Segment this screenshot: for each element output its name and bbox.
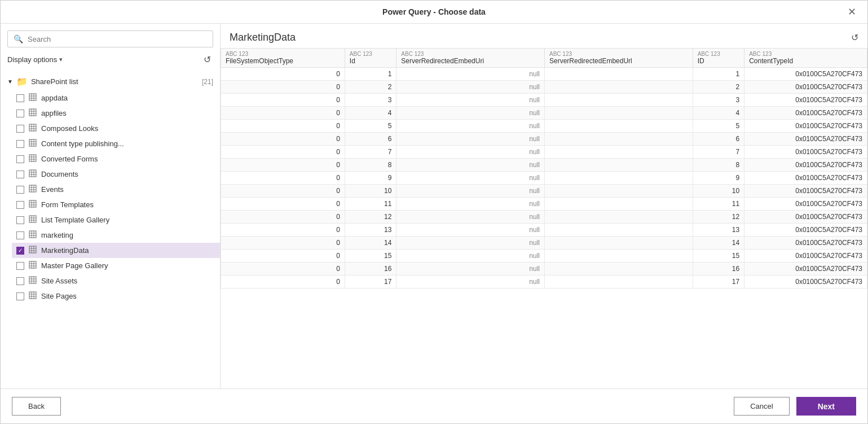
tree-item-marketing-data[interactable]: MarketingData [12, 243, 220, 258]
data-refresh-button[interactable]: ↺ [851, 32, 858, 43]
table-cell [545, 224, 693, 237]
tree-item-composed-looks[interactable]: Composed Looks [12, 121, 220, 136]
cancel-button[interactable]: Cancel [734, 397, 789, 416]
table-cell: null [396, 120, 545, 133]
checkbox-site-assets[interactable] [16, 277, 24, 285]
checkbox-appfiles[interactable] [16, 110, 24, 117]
table-cell: 14 [345, 237, 396, 250]
left-panel-refresh-button[interactable]: ↺ [201, 53, 213, 66]
tree-item-site-assets[interactable]: Site Assets [12, 273, 220, 289]
tree-item-label: List Template Gallery [41, 216, 109, 224]
table-cell [545, 159, 693, 172]
table-cell: 0 [221, 250, 345, 263]
checkbox-marketing[interactable] [16, 231, 24, 239]
content-area: 🔍 Display options ▾ ↺ ▼ 📁 SharePoint lis… [1, 24, 867, 388]
svg-rect-30 [29, 185, 36, 192]
table-cell: 17 [345, 276, 396, 289]
tree-children: appdata appfiles Composed Looks Content … [1, 90, 220, 304]
svg-rect-65 [29, 292, 36, 299]
table-cell: 15 [345, 250, 396, 263]
table-cell: 16 [693, 263, 744, 276]
col-header-filesystemobjecttype: ABC 123FileSystemObjectType [221, 49, 345, 68]
table-cell: 0x0100C5A270CF473 [744, 120, 867, 133]
table-cell: 4 [345, 107, 396, 120]
tree-item-content-type[interactable]: Content type publishing... [12, 136, 220, 151]
table-cell [545, 198, 693, 211]
table-icon [29, 261, 37, 270]
tree-item-label: Content type publishing... [41, 139, 124, 148]
tree-item-converted-forms[interactable]: Converted Forms [12, 151, 220, 167]
table-cell: 0x0100C5A270CF473 [744, 107, 867, 120]
checkbox-list-template-gallery[interactable] [16, 216, 24, 224]
tree-item-site-pages[interactable]: Site Pages [12, 289, 220, 304]
tree-item-label: Master Page Gallery [41, 261, 108, 270]
checkbox-marketing-data[interactable] [16, 247, 24, 255]
back-button[interactable]: Back [12, 397, 61, 416]
next-button[interactable]: Next [796, 397, 856, 416]
svg-rect-50 [29, 246, 36, 253]
col-header-id: ABC 123ID [693, 49, 744, 68]
table-cell [545, 146, 693, 159]
table-cell: null [396, 276, 545, 289]
table-cell: 0x0100C5A270CF473 [744, 224, 867, 237]
tree-item-form-templates[interactable]: Form Templates [12, 197, 220, 212]
tree-item-appfiles[interactable]: appfiles [12, 106, 220, 121]
table-cell: null [396, 146, 545, 159]
table-cell: 3 [693, 94, 744, 107]
table-cell: 2 [345, 81, 396, 94]
search-box[interactable]: 🔍 [7, 30, 213, 47]
table-cell: 1 [345, 68, 396, 81]
tree-item-appdata[interactable]: appdata [12, 90, 220, 106]
svg-rect-25 [29, 170, 36, 177]
table-icon [29, 169, 37, 179]
table-container[interactable]: ABC 123FileSystemObjectTypeABC 123IdABC … [221, 48, 867, 388]
data-table: ABC 123FileSystemObjectTypeABC 123IdABC … [221, 48, 867, 289]
table-cell: 0 [221, 107, 345, 120]
table-row: 012null120x0100C5A270CF473 [221, 211, 867, 224]
checkbox-appdata[interactable] [16, 94, 24, 102]
table-cell: 0 [221, 224, 345, 237]
display-options-button[interactable]: Display options ▾ [7, 55, 63, 64]
checkbox-form-templates[interactable] [16, 201, 24, 209]
tree-collapse-icon[interactable]: ▼ [7, 78, 13, 85]
table-cell [545, 237, 693, 250]
checkbox-site-pages[interactable] [16, 292, 24, 300]
checkbox-documents[interactable] [16, 171, 24, 178]
tree-item-list-template-gallery[interactable]: List Template Gallery [12, 212, 220, 228]
table-icon [29, 291, 37, 301]
table-row: 01null10x0100C5A270CF473 [221, 68, 867, 81]
table-cell: 0x0100C5A270CF473 [744, 94, 867, 107]
table-cell: null [396, 250, 545, 263]
tree-area[interactable]: ▼ 📁 SharePoint list [21] appdata appfile… [1, 71, 220, 388]
checkbox-composed-looks[interactable] [16, 125, 24, 133]
table-cell: 13 [345, 224, 396, 237]
tree-item-label: marketing [41, 231, 73, 239]
tree-item-label: Composed Looks [41, 124, 98, 133]
tree-item-marketing[interactable]: marketing [12, 228, 220, 243]
col-type: ABC 123 [549, 51, 688, 57]
table-cell: 0x0100C5A270CF473 [744, 263, 867, 276]
table-cell: 0 [221, 237, 345, 250]
table-cell: 0x0100C5A270CF473 [744, 146, 867, 159]
table-cell: 0 [221, 133, 345, 146]
tree-item-events[interactable]: Events [12, 182, 220, 197]
tree-item-documents[interactable]: Documents [12, 167, 220, 182]
checkbox-master-page-gallery[interactable] [16, 262, 24, 270]
close-button[interactable]: ✕ [845, 5, 858, 19]
table-cell: 8 [693, 159, 744, 172]
col-header-id: ABC 123Id [345, 49, 396, 68]
checkbox-converted-forms[interactable] [16, 155, 24, 163]
search-input[interactable] [28, 35, 207, 43]
table-icon [29, 246, 37, 255]
table-cell [545, 94, 693, 107]
svg-rect-35 [29, 200, 36, 207]
col-header-serverredirectedembeduri: ABC 123ServerRedirectedEmbedUri [396, 49, 545, 68]
table-cell: 0x0100C5A270CF473 [744, 159, 867, 172]
tree-item-master-page-gallery[interactable]: Master Page Gallery [12, 258, 220, 273]
tree-item-label: MarketingData [41, 246, 89, 255]
checkbox-content-type[interactable] [16, 140, 24, 148]
table-cell: 0 [221, 263, 345, 276]
svg-rect-55 [29, 261, 36, 268]
table-icon [29, 124, 37, 133]
checkbox-events[interactable] [16, 186, 24, 194]
